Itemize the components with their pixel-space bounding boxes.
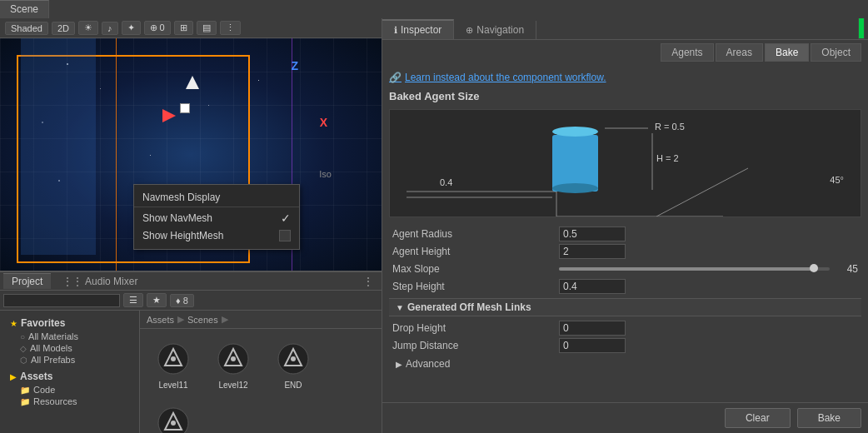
- asset-level11-label: Level11: [158, 381, 187, 390]
- sidebar-resources[interactable]: 📁 Resources: [7, 396, 132, 407]
- assets-section: ▶ Assets 📁 Code 📁 Resources: [0, 367, 139, 409]
- sidebar-all-materials[interactable]: ○ All Materials: [7, 331, 132, 342]
- asset-end[interactable]: END: [267, 336, 320, 393]
- agent-radius-row: Agent Radius: [389, 226, 861, 242]
- handle-right[interactable]: [162, 109, 176, 122]
- jump-distance-label: Jump Distance: [392, 340, 559, 351]
- audio-icon-btn[interactable]: ♪: [102, 22, 118, 35]
- navmesh-display-popup: Navmesh Display Show NavMesh ✓ Show Heig…: [133, 184, 300, 250]
- navigation-tab[interactable]: ⊕ Navigation: [454, 21, 536, 39]
- audio-mixer-tab[interactable]: ⋮⋮ Audio Mixer: [54, 274, 146, 289]
- audio-mixer-icon: ⋮⋮: [62, 276, 82, 287]
- asset-level12[interactable]: Level12: [207, 336, 260, 393]
- asset-level11[interactable]: Level11: [147, 336, 200, 393]
- bottom-tabs: Project ⋮⋮ Audio Mixer ⋮: [0, 272, 382, 291]
- more-btn[interactable]: ⋮: [220, 21, 241, 35]
- sidebar-all-prefabs[interactable]: ⬡ All Prefabs: [7, 354, 132, 366]
- agent-height-input[interactable]: [559, 244, 626, 259]
- bottom-tabs-more[interactable]: ⋮: [358, 276, 378, 287]
- diagram-svg: [390, 110, 861, 216]
- gizmo-btn[interactable]: ⊕ 0: [144, 21, 171, 35]
- cylinder-top: [552, 127, 598, 137]
- jump-distance-row: Jump Distance: [389, 337, 861, 354]
- right-tabs: ℹ Inspector ⊕ Navigation: [382, 18, 868, 40]
- effects-icon-btn[interactable]: ✦: [122, 21, 141, 35]
- max-slope-slider[interactable]: [559, 267, 830, 271]
- shaded-button[interactable]: Shaded: [5, 22, 48, 35]
- step-height-input[interactable]: [559, 279, 626, 294]
- sidebar-code[interactable]: 📁 Code: [7, 384, 132, 396]
- breadcrumb-assets[interactable]: Assets: [147, 315, 174, 325]
- nav-mesh-overlay: [21, 38, 96, 255]
- show-navmesh-check: ✓: [281, 212, 291, 225]
- agent-radius-label: Agent Radius: [392, 228, 559, 240]
- breadcrumb-arrow-2: ▶: [222, 314, 228, 325]
- navmesh-show-navmesh[interactable]: Show NavMesh ✓: [134, 209, 299, 227]
- max-slope-fill: [559, 267, 814, 271]
- show-heightmesh-checkbox[interactable]: [279, 230, 291, 241]
- light-icon-btn[interactable]: ☀: [78, 21, 98, 35]
- axis-z-label: Z: [291, 59, 298, 72]
- unity-logo-1: [157, 342, 190, 376]
- advanced-row[interactable]: ▶ Advanced: [389, 355, 861, 373]
- favorites-label: Favorites: [21, 317, 65, 329]
- axis-x-label: X: [320, 116, 327, 129]
- assets-label: Assets: [20, 371, 52, 382]
- 2d-button[interactable]: 2D: [52, 22, 75, 35]
- asset-level12-icon: [213, 339, 253, 379]
- folder-code-icon: 📁: [20, 386, 30, 395]
- layout-btn[interactable]: ▤: [197, 21, 217, 35]
- section-arrow-icon: ▼: [396, 303, 404, 312]
- favorites-btn[interactable]: ♦ 8: [170, 294, 194, 307]
- breadcrumb: Assets ▶ Scenes ▶: [140, 311, 382, 329]
- bookmark-btn[interactable]: ★: [147, 293, 167, 307]
- object-subtab[interactable]: Object: [811, 43, 861, 62]
- asset-end-label: END: [284, 381, 302, 390]
- navmesh-show-heightmesh[interactable]: Show HeightMesh: [134, 227, 299, 244]
- asset-search[interactable]: [3, 294, 120, 307]
- breadcrumb-arrow-1: ▶: [177, 314, 184, 325]
- step-height-label: Step Height: [392, 281, 559, 292]
- sidebar-all-models[interactable]: ◇ All Models: [7, 342, 132, 354]
- svg-point-7: [171, 421, 176, 426]
- asset-level1-1[interactable]: Level1-1: [147, 400, 200, 433]
- agent-radius-input[interactable]: [559, 226, 626, 241]
- agents-subtab[interactable]: Agents: [661, 43, 713, 62]
- baked-agent-size-title: Baked Agent Size: [389, 90, 861, 102]
- gpu-fill: [859, 18, 864, 38]
- clear-button[interactable]: Clear: [725, 408, 791, 428]
- info-tab-icon: ℹ: [394, 25, 397, 36]
- inspector-tab[interactable]: ℹ Inspector: [382, 19, 454, 39]
- bake-button[interactable]: Bake: [797, 408, 861, 428]
- show-heightmesh-label: Show HeightMesh: [142, 230, 272, 241]
- component-workflow-link[interactable]: 🔗 Learn instead about the component work…: [389, 72, 861, 83]
- areas-subtab[interactable]: Areas: [716, 43, 763, 62]
- max-slope-thumb[interactable]: [810, 264, 818, 272]
- agent-height-row: Agent Height: [389, 243, 861, 260]
- cube-icon: ◇: [20, 344, 27, 353]
- scene-divider-1: [116, 38, 117, 271]
- layers-btn[interactable]: ⊞: [174, 21, 193, 35]
- bottom-panel: Project ⋮⋮ Audio Mixer ⋮ ☰ ★ ♦ 8 ★: [0, 271, 382, 433]
- iso-label: Iso: [319, 169, 332, 179]
- breadcrumb-scenes[interactable]: Scenes: [187, 315, 218, 325]
- handle-center[interactable]: [180, 103, 190, 113]
- show-navmesh-label: Show NavMesh: [142, 212, 274, 224]
- jump-distance-input[interactable]: [559, 338, 626, 353]
- prefab-icon: ⬡: [20, 356, 27, 365]
- nav-subtabs: Agents Areas Bake Object: [382, 40, 868, 65]
- handle-up[interactable]: [186, 76, 199, 89]
- scene-tab[interactable]: Scene: [0, 0, 49, 18]
- generated-links-section[interactable]: ▼ Generated Off Mesh Links: [389, 298, 861, 316]
- favorites-header[interactable]: ★ Favorites: [7, 316, 132, 331]
- filter-btn[interactable]: ☰: [123, 293, 143, 307]
- unity-logo-4: [157, 406, 190, 433]
- left-panel: Shaded 2D ☀ ♪ ✦ ⊕ 0 ⊞ ▤ ⋮: [0, 18, 382, 433]
- bake-subtab[interactable]: Bake: [765, 43, 809, 62]
- circle-icon: ○: [20, 332, 25, 341]
- drop-height-label: Drop Height: [392, 322, 559, 334]
- project-tab[interactable]: Project: [3, 273, 51, 289]
- max-slope-slider-container: 45: [559, 263, 858, 275]
- assets-header[interactable]: ▶ Assets: [7, 369, 132, 384]
- drop-height-input[interactable]: [559, 321, 626, 336]
